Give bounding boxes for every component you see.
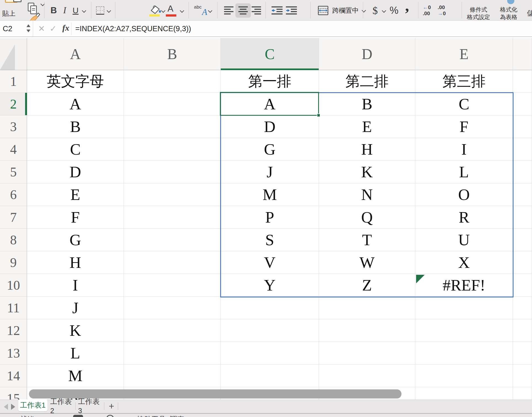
cell-B12[interactable]: [124, 319, 221, 342]
cell-B14[interactable]: [124, 365, 221, 387]
cell-A7[interactable]: F: [27, 206, 124, 229]
cell-A11[interactable]: J: [27, 297, 124, 319]
chevron-down-icon[interactable]: [161, 9, 165, 12]
spinner-down-icon[interactable]: [26, 30, 30, 32]
cell-F6[interactable]: [513, 183, 532, 206]
cell-B9[interactable]: [124, 251, 221, 274]
cell-D10[interactable]: Z: [319, 274, 415, 297]
cell-E8[interactable]: U: [415, 229, 513, 251]
cell-E9[interactable]: X: [415, 251, 513, 274]
cell-F3[interactable]: [513, 115, 532, 138]
cell-D12[interactable]: [319, 319, 415, 342]
cell-E11[interactable]: [415, 297, 513, 319]
cell-F8[interactable]: [513, 229, 532, 251]
align-left-button[interactable]: [224, 0, 234, 21]
row-header-14[interactable]: 14: [0, 365, 27, 387]
cell-D2[interactable]: B: [319, 93, 415, 115]
name-box[interactable]: C2: [0, 21, 33, 36]
cell-E6[interactable]: O: [415, 183, 513, 206]
underline-button[interactable]: U: [73, 0, 79, 21]
row-header-2[interactable]: 2: [0, 93, 27, 115]
column-header-C[interactable]: C: [221, 38, 319, 70]
row-header-11[interactable]: 11: [0, 297, 27, 319]
row-header-7[interactable]: 7: [0, 206, 27, 229]
confirm-icon[interactable]: ✓: [50, 24, 57, 33]
row-header-4[interactable]: 4: [0, 138, 27, 161]
chevron-down-icon[interactable]: [107, 9, 111, 12]
decrease-decimal-button[interactable]: ←0 .00: [423, 0, 431, 21]
italic-button[interactable]: I: [63, 0, 66, 21]
cell-F15[interactable]: [513, 387, 532, 400]
cell-D11[interactable]: [319, 297, 415, 319]
cell-E1[interactable]: 第三排: [415, 70, 513, 93]
borders-button[interactable]: [96, 0, 104, 21]
cell-D14[interactable]: [319, 365, 415, 387]
cell-E10[interactable]: #REF!: [415, 274, 513, 297]
cell-F13[interactable]: [513, 342, 532, 365]
cell-B10[interactable]: [124, 274, 221, 297]
row-header-12[interactable]: 12: [0, 319, 27, 342]
paste-button[interactable]: 貼上: [2, 0, 15, 21]
select-all-corner[interactable]: [0, 38, 27, 70]
cell-C8[interactable]: S: [221, 229, 319, 251]
chevron-down-icon[interactable]: [82, 9, 86, 12]
column-header-B[interactable]: B: [124, 38, 221, 70]
tab-next-icon[interactable]: [11, 404, 15, 410]
cell-B4[interactable]: [124, 138, 221, 161]
column-header-D[interactable]: D: [319, 38, 415, 70]
cell-C1[interactable]: 第一排: [221, 70, 319, 93]
comma-format-button[interactable]: ,: [405, 0, 409, 16]
cell-F12[interactable]: [513, 319, 532, 342]
cell-F11[interactable]: [513, 297, 532, 319]
cell-E5[interactable]: L: [415, 161, 513, 183]
cancel-icon[interactable]: ✕: [38, 24, 45, 33]
cell-A8[interactable]: G: [27, 229, 124, 251]
cell-F7[interactable]: [513, 206, 532, 229]
column-header-F[interactable]: [513, 38, 532, 70]
chevron-down-icon[interactable]: [208, 9, 212, 12]
cell-styles-button[interactable]: 儲: [527, 3, 532, 21]
cell-A13[interactable]: L: [27, 342, 124, 365]
cell-B11[interactable]: [124, 297, 221, 319]
row-header-10[interactable]: 10: [0, 274, 27, 297]
cell-D5[interactable]: K: [319, 161, 415, 183]
cell-F14[interactable]: [513, 365, 532, 387]
cell-B6[interactable]: [124, 183, 221, 206]
row-header-13[interactable]: 13: [0, 342, 27, 365]
sheet-tab-active[interactable]: 工作表1: [18, 399, 47, 411]
increase-decimal-button[interactable]: .00 →0: [438, 0, 446, 21]
macro-record-icon[interactable]: [73, 415, 83, 417]
cell-D13[interactable]: [319, 342, 415, 365]
insert-function-icon[interactable]: fx: [62, 23, 69, 33]
cell-E15[interactable]: [415, 387, 513, 400]
tab-prev-icon[interactable]: [4, 404, 8, 410]
spinner-up-icon[interactable]: [26, 24, 30, 27]
conditional-formatting-button[interactable]: 條件式 格式設定: [467, 3, 490, 21]
cell-A2[interactable]: A: [27, 93, 124, 115]
cell-B5[interactable]: [124, 161, 221, 183]
column-header-A[interactable]: A: [27, 38, 124, 70]
sheet-tab-2[interactable]: 工作表2: [50, 400, 75, 412]
fill-handle[interactable]: [317, 114, 320, 117]
format-as-table-button[interactable]: 格式化 為表格: [500, 3, 517, 21]
cell-F10[interactable]: [513, 274, 532, 297]
cell-F2[interactable]: [513, 93, 532, 115]
cell-D3[interactable]: E: [319, 115, 415, 138]
cell-C11[interactable]: [221, 297, 319, 319]
row-header-9[interactable]: 9: [0, 251, 27, 274]
fill-color-button[interactable]: [149, 0, 161, 20]
chevron-down-icon[interactable]: [382, 9, 386, 12]
cell-B13[interactable]: [124, 342, 221, 365]
sheet-tab-3[interactable]: 工作表3: [78, 400, 102, 412]
row-header-5[interactable]: 5: [0, 161, 27, 183]
increase-indent-button[interactable]: [285, 0, 297, 21]
cell-B8[interactable]: [124, 229, 221, 251]
cell-C4[interactable]: G: [221, 138, 319, 161]
cell-D7[interactable]: Q: [319, 206, 415, 229]
format-painter-button[interactable]: [28, 7, 41, 21]
cell-D8[interactable]: T: [319, 229, 415, 251]
cell-C10[interactable]: Y: [221, 274, 319, 297]
cell-E4[interactable]: I: [415, 138, 513, 161]
cell-C3[interactable]: D: [221, 115, 319, 138]
bold-button[interactable]: B: [50, 0, 57, 21]
